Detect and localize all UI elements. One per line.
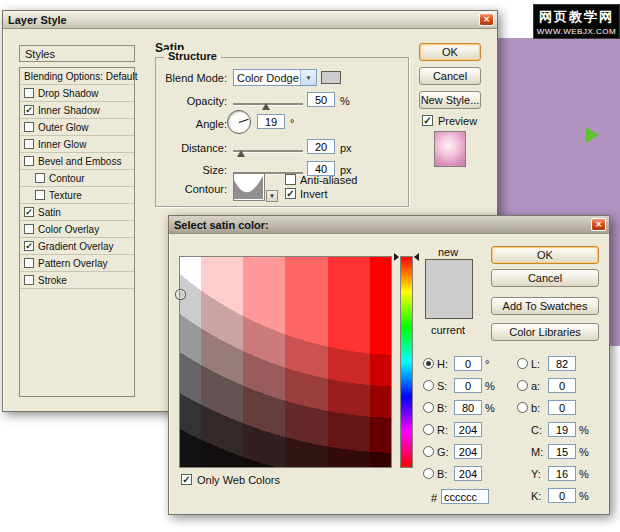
h-radio[interactable] <box>423 358 434 369</box>
hex-input[interactable] <box>441 489 489 504</box>
y-label: Y: <box>531 468 545 480</box>
ok-button[interactable]: OK <box>419 43 481 61</box>
opacity-input[interactable] <box>307 92 335 107</box>
close-icon[interactable]: ✕ <box>479 13 494 26</box>
only-web-colors-checkbox[interactable] <box>181 474 192 485</box>
color-picker-titlebar[interactable]: Select satin color: ✕ <box>169 216 609 234</box>
style-item-stroke[interactable]: Stroke <box>20 272 134 289</box>
style-item-bevel-and-emboss[interactable]: Bevel and Emboss <box>20 153 134 170</box>
checkbox[interactable] <box>24 156 34 166</box>
opacity-slider-thumb[interactable] <box>262 103 270 110</box>
invert-checkbox[interactable] <box>285 188 296 199</box>
layer-style-titlebar[interactable]: Layer Style ✕ <box>3 11 497 29</box>
distance-input[interactable] <box>307 139 335 154</box>
checkbox[interactable] <box>35 173 45 183</box>
style-item-texture[interactable]: Texture <box>20 187 134 204</box>
checkbox[interactable] <box>24 275 34 285</box>
angle-dial[interactable] <box>227 110 251 134</box>
style-item-inner-glow[interactable]: Inner Glow <box>20 136 134 153</box>
s-input[interactable] <box>454 378 482 393</box>
b2-input[interactable] <box>454 466 482 481</box>
h-label: H: <box>437 358 451 370</box>
lab-b-input[interactable] <box>548 400 576 415</box>
color-picker-title: Select satin color: <box>174 219 269 231</box>
lab-b-radio[interactable] <box>517 402 528 413</box>
checkbox[interactable] <box>24 139 34 149</box>
size-label: Size: <box>153 164 227 176</box>
close-icon[interactable]: ✕ <box>591 218 606 231</box>
style-item-contour[interactable]: Contour <box>20 170 134 187</box>
style-item-gradient-overlay[interactable]: Gradient Overlay <box>20 238 134 255</box>
only-web-colors-label: Only Web Colors <box>197 474 280 486</box>
contour-dropdown-icon[interactable]: ▼ <box>266 190 278 202</box>
a-radio[interactable] <box>517 380 528 391</box>
field-row-a: a: <box>517 378 591 393</box>
lab-b-label: b: <box>531 402 545 414</box>
b-unit: % <box>485 402 497 414</box>
color-field-marker[interactable] <box>176 290 185 299</box>
style-item-drop-shadow[interactable]: Drop Shadow <box>20 85 134 102</box>
b2-radio[interactable] <box>423 468 434 479</box>
g-radio[interactable] <box>423 446 434 457</box>
l-input[interactable] <box>548 356 576 371</box>
r-input[interactable] <box>454 422 482 437</box>
new-color-label: new <box>421 246 475 258</box>
checkbox[interactable] <box>24 224 34 234</box>
checkbox[interactable] <box>24 241 34 251</box>
l-radio[interactable] <box>517 358 528 369</box>
style-item-pattern-overlay[interactable]: Pattern Overlay <box>20 255 134 272</box>
style-item-satin[interactable]: Satin <box>20 204 134 221</box>
color-field[interactable] <box>179 256 392 468</box>
b-label: B: <box>437 402 451 414</box>
checkbox[interactable] <box>24 122 34 132</box>
blend-mode-value: Color Dodge <box>234 72 300 84</box>
angle-input[interactable] <box>257 114 285 129</box>
s-radio[interactable] <box>423 380 434 391</box>
add-to-swatches-button[interactable]: Add To Swatches <box>491 297 599 315</box>
r-radio[interactable] <box>423 424 434 435</box>
style-item-label: Gradient Overlay <box>38 241 114 252</box>
a-input[interactable] <box>548 378 576 393</box>
c-input[interactable] <box>548 422 576 437</box>
hue-slider[interactable] <box>400 256 413 468</box>
hue-slider-left-handle-icon[interactable] <box>394 253 399 261</box>
watermark-badge: 网页教学网 WWW.WEBJX.COM <box>533 4 620 39</box>
new-current-color-swatch[interactable] <box>425 259 473 319</box>
ok-button[interactable]: OK <box>491 246 599 264</box>
checkbox[interactable] <box>24 88 34 98</box>
green-arrow-icon <box>586 127 599 143</box>
field-row-c: C: % <box>517 422 591 437</box>
hue-slider-right-handle-icon[interactable] <box>414 253 419 261</box>
color-picker-dialog: Select satin color: ✕ new current OK Can… <box>168 215 610 515</box>
h-input[interactable] <box>454 356 482 371</box>
anti-aliased-checkbox[interactable] <box>285 174 296 185</box>
c-label: C: <box>531 424 545 436</box>
blend-mode-select[interactable]: Color Dodge ▼ <box>233 69 317 86</box>
new-style-button[interactable]: New Style... <box>419 91 481 109</box>
checkbox[interactable] <box>24 258 34 268</box>
preview-checkbox[interactable] <box>422 115 433 126</box>
style-item-outer-glow[interactable]: Outer Glow <box>20 119 134 136</box>
b-input[interactable] <box>454 400 482 415</box>
color-libraries-button[interactable]: Color Libraries <box>491 323 599 341</box>
satin-color-swatch[interactable] <box>321 71 341 84</box>
distance-slider-thumb[interactable] <box>237 150 245 157</box>
checkbox[interactable] <box>24 207 34 217</box>
preview-label: Preview <box>438 115 477 127</box>
checkbox[interactable] <box>35 190 45 200</box>
style-item-color-overlay[interactable]: Color Overlay <box>20 221 134 238</box>
styles-panel-header[interactable]: Styles <box>19 45 135 62</box>
y-input[interactable] <box>548 466 576 481</box>
m-input[interactable] <box>548 444 576 459</box>
k-input[interactable] <box>548 488 576 503</box>
checkbox[interactable] <box>24 105 34 115</box>
style-item-label: Satin <box>38 207 61 218</box>
cancel-button[interactable]: Cancel <box>419 67 481 85</box>
style-item-inner-shadow[interactable]: Inner Shadow <box>20 102 134 119</box>
g-input[interactable] <box>454 444 482 459</box>
cancel-button[interactable]: Cancel <box>491 269 599 287</box>
blending-options-item[interactable]: Blending Options: Default <box>20 68 134 85</box>
b-radio[interactable] <box>423 402 434 413</box>
chevron-down-icon[interactable]: ▼ <box>300 70 316 85</box>
contour-picker[interactable] <box>233 173 265 201</box>
